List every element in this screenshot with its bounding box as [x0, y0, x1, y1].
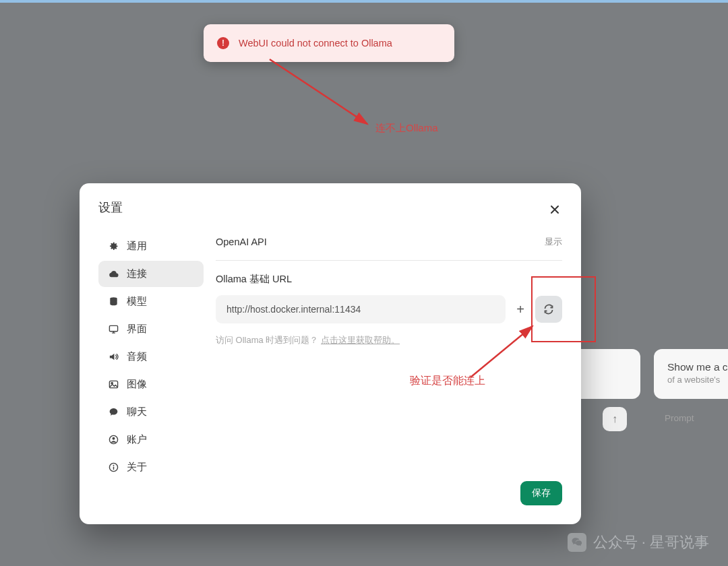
- sidebar-item-chat[interactable]: 聊天: [98, 399, 204, 425]
- refresh-button[interactable]: [535, 296, 562, 323]
- add-url-button[interactable]: +: [512, 295, 528, 323]
- image-icon: [108, 379, 119, 390]
- window-top-stripe: [0, 0, 728, 3]
- watermark: 公众号 · 星哥说事: [568, 532, 709, 553]
- wechat-icon: [568, 533, 586, 552]
- help-prefix: 访问 Ollama 时遇到问题？: [216, 335, 318, 345]
- svg-rect-2: [109, 325, 117, 331]
- error-icon: !: [217, 37, 229, 49]
- error-toast: ! WebUI could not connect to Ollama: [204, 24, 454, 62]
- stack-icon: [108, 296, 119, 307]
- sidebar-item-about[interactable]: 关于: [98, 454, 204, 480]
- refresh-icon: [543, 304, 554, 315]
- watermark-text: 公众号 · 星哥说事: [593, 532, 709, 553]
- sidebar-item-interface[interactable]: 界面: [98, 316, 204, 342]
- modal-title: 设置: [98, 199, 562, 216]
- settings-pane: OpenAI API 显示 Ollama 基础 URL + 访问 Ollama …: [216, 233, 562, 472]
- sidebar-item-label: 图像: [127, 378, 147, 391]
- annotation-arrow-icon: [256, 54, 384, 135]
- ollama-url-label: Ollama 基础 URL: [216, 273, 562, 286]
- sidebar-item-label: 账户: [127, 433, 147, 446]
- sidebar-item-models[interactable]: 模型: [98, 288, 204, 315]
- prompt-input-label: Prompt: [665, 413, 694, 423]
- chat-icon: [108, 407, 119, 418]
- sidebar-item-connection[interactable]: 连接: [98, 261, 204, 287]
- svg-point-8: [113, 465, 114, 466]
- sidebar-item-audio[interactable]: 音频: [98, 344, 204, 370]
- show-button[interactable]: 显示: [545, 236, 562, 248]
- info-icon: [108, 462, 119, 473]
- svg-rect-9: [113, 467, 114, 470]
- openai-api-label: OpenAI API: [216, 237, 267, 247]
- settings-modal: 设置 通用 连接 模型 界面 音频: [80, 183, 581, 524]
- sidebar-item-label: 界面: [127, 323, 147, 336]
- sidebar-item-label: 聊天: [127, 406, 147, 418]
- gear-icon: [108, 241, 119, 252]
- sidebar-item-label: 模型: [127, 295, 147, 308]
- sidebar-item-account[interactable]: 账户: [98, 427, 204, 453]
- sidebar-item-label: 通用: [127, 240, 147, 253]
- sidebar-item-general[interactable]: 通用: [98, 233, 204, 259]
- suggestion-title: Show me a c: [667, 361, 728, 373]
- sidebar-item-image[interactable]: 图像: [98, 371, 204, 398]
- error-message: WebUI could not connect to Ollama: [239, 38, 392, 49]
- user-icon: [108, 435, 119, 445]
- annotation-text: 验证是否能连上: [410, 374, 485, 388]
- close-button[interactable]: [547, 202, 562, 217]
- save-button[interactable]: 保存: [520, 481, 562, 505]
- ollama-url-input[interactable]: [216, 295, 506, 323]
- svg-point-6: [112, 437, 115, 440]
- sidebar-item-label: 关于: [127, 461, 147, 474]
- settings-sidebar: 通用 连接 模型 界面 音频 图像: [98, 233, 204, 472]
- speaker-icon: [108, 352, 119, 363]
- help-link[interactable]: 点击这里获取帮助。: [321, 335, 400, 345]
- suggestion-card[interactable]: Show me a c of a website's: [654, 349, 728, 399]
- sidebar-item-label: 连接: [127, 268, 147, 280]
- help-text: 访问 Ollama 时遇到问题？ 点击这里获取帮助。: [216, 334, 562, 346]
- monitor-icon: [108, 324, 119, 335]
- cloud-icon: [108, 269, 119, 280]
- svg-point-4: [111, 383, 113, 384]
- annotation-text: 连不上Ollama: [375, 122, 438, 135]
- suggestion-sub: of a website's: [667, 375, 728, 385]
- svg-line-0: [270, 59, 367, 124]
- divider: [216, 260, 562, 261]
- send-button[interactable]: ↑: [603, 407, 627, 431]
- sidebar-item-label: 音频: [127, 350, 147, 363]
- svg-rect-3: [109, 381, 117, 387]
- close-icon: [549, 204, 560, 215]
